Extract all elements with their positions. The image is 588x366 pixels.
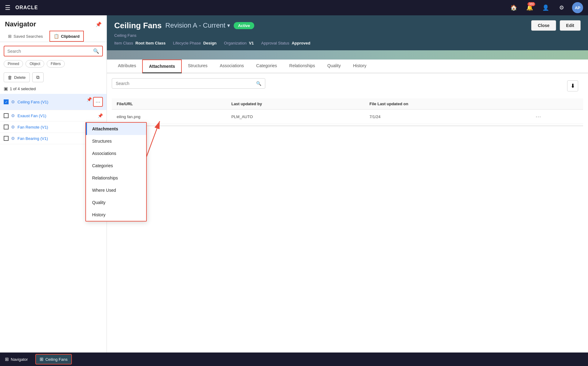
col-file-url: File/URL (112, 98, 226, 110)
clipboard-icon: 📋 (54, 34, 59, 39)
checkbox-partial-icon: ▣ (4, 86, 8, 91)
navigator-tabs: ⊞ Saved Searches 📋 Clipboard (0, 31, 107, 42)
item-subtitle: Ceiling Fans (114, 33, 581, 38)
item-header-row1: Ceiling Fans Revision A - Current ▾ Acti… (114, 20, 581, 31)
context-menu-where-used[interactable]: Where Used (86, 184, 146, 196)
filter-buttons: Pinned Object Filters (0, 60, 107, 70)
tab-quality[interactable]: Quality (321, 60, 347, 73)
filter-pinned[interactable]: Pinned (4, 60, 23, 67)
top-nav: ☰ ORACLE 🏠 🔔 380 👤 ⚙ AP (0, 0, 588, 15)
notification-badge: 380 (528, 2, 535, 6)
filter-filters[interactable]: Filters (47, 60, 65, 67)
delete-label: Delete (14, 75, 26, 80)
avatar[interactable]: AP (572, 2, 583, 13)
header-background (107, 50, 588, 60)
tab-structures[interactable]: Structures (182, 60, 214, 73)
navigator-header: Navigator 📌 (0, 15, 107, 31)
more-menu-button-ceiling-fans[interactable]: ⋯ (93, 97, 103, 107)
content-search-icon[interactable]: 🔍 (256, 81, 261, 86)
scroll-indicator (112, 125, 583, 126)
download-button[interactable]: ⬇ (567, 80, 578, 91)
checkbox-ceiling-fans[interactable]: ✓ (4, 99, 9, 104)
cell-file-last-updated-on: 7/1/24 (364, 110, 531, 124)
pin-ceiling-fans[interactable]: 📌 (87, 97, 92, 107)
nav-item-exaust-fan[interactable]: ⚙ Exaust Fan (V1) 📌 (0, 110, 107, 121)
tab-history[interactable]: History (347, 60, 373, 73)
context-menu-quality[interactable]: Quality (86, 196, 146, 209)
checkbox-fan-bearing[interactable] (4, 136, 9, 141)
item-revision: Revision A - Current ▾ (165, 21, 230, 29)
col-actions (531, 98, 583, 110)
checkbox-exaust-fan[interactable] (4, 113, 9, 118)
status-badge: Active (234, 22, 254, 29)
selection-info: ▣ 1 of 4 selected (0, 85, 107, 94)
content-search-bar[interactable]: 🔍 (112, 78, 265, 89)
tab-attributes[interactable]: Attributes (112, 60, 142, 73)
navigator-title: Navigator (5, 20, 36, 28)
col-last-updated-by: Last updated by (226, 98, 364, 110)
oracle-logo: ORACLE (15, 5, 38, 10)
copy-icon: ⧉ (36, 75, 40, 80)
tab-relationships[interactable]: Relationships (283, 60, 321, 73)
col-file-last-updated-on: File Last updated on (364, 98, 531, 110)
meta-item-class: Item Class Root Item Class (114, 41, 165, 45)
tab-categories[interactable]: Categories (250, 60, 283, 73)
context-menu-attachments[interactable]: Attachments (86, 123, 146, 135)
tab-attachments[interactable]: Attachments (142, 60, 182, 73)
nav-item-label-ceiling-fans: Ceiling Fans (V1) (18, 100, 84, 104)
content-body: 🔍 ⬇ File/URL Last updated by File Last u… (107, 73, 588, 353)
tab-clipboard[interactable]: 📋 Clipboard (49, 31, 84, 42)
bottom-nav-icon: ⊞ (5, 356, 9, 362)
pin-icon[interactable]: 📌 (95, 21, 102, 27)
meta-approval: Approval Status Approved (261, 41, 310, 45)
edit-button[interactable]: Edit (560, 20, 581, 31)
row-more-icon[interactable]: ⋯ (535, 114, 541, 120)
user-icon[interactable]: 👤 (540, 2, 551, 13)
delete-icon: 🗑 (8, 75, 12, 80)
main-layout: Navigator 📌 ⊞ Saved Searches 📋 Clipboard… (0, 15, 588, 353)
hamburger-menu[interactable]: ☰ (5, 4, 10, 11)
context-menu: Attachments Structures Associations Cate… (85, 122, 147, 222)
tab-associations[interactable]: Associations (214, 60, 250, 73)
nav-item-ceiling-fans[interactable]: ✓ ⚙ Ceiling Fans (V1) 📌 ⋯ (0, 94, 107, 110)
filter-object[interactable]: Object (25, 60, 44, 67)
item-title: Ceiling Fans (114, 21, 162, 30)
copy-button[interactable]: ⧉ (32, 72, 44, 82)
bottom-ceiling-fans[interactable]: ⊞ Ceiling Fans (35, 354, 72, 364)
bottom-ceiling-fans-label: Ceiling Fans (45, 357, 68, 362)
checkbox-fan-remote[interactable] (4, 125, 9, 129)
meta-lifecycle: Lifecycle Phase Design (173, 41, 216, 45)
close-button[interactable]: Close (531, 20, 556, 31)
tab-saved-searches[interactable]: ⊞ Saved Searches (4, 31, 47, 42)
item-title-section: Ceiling Fans Revision A - Current ▾ Acti… (114, 21, 254, 30)
nav-item-label-exaust-fan: Exaust Fan (V1) (18, 114, 95, 118)
saved-searches-label: Saved Searches (14, 34, 43, 39)
meta-organization: Organization V1 (224, 41, 254, 45)
table-row: eiling fan.png PLM_AUTO 7/1/24 ⋯ (112, 110, 583, 124)
navigator-search-bar[interactable]: 🔍 (4, 46, 103, 56)
action-buttons: 🗑 Delete ⧉ (0, 70, 107, 85)
context-menu-structures[interactable]: Structures (86, 135, 146, 147)
context-menu-relationships[interactable]: Relationships (86, 172, 146, 184)
content-search-input[interactable] (116, 81, 256, 86)
revision-chevron[interactable]: ▾ (227, 22, 230, 29)
cell-file-url: eiling fan.png (112, 110, 226, 124)
search-input[interactable] (7, 49, 93, 54)
cell-last-updated-by: PLM_AUTO (226, 110, 364, 124)
selection-count: 1 of 4 selected (10, 87, 36, 91)
search-icon[interactable]: 🔍 (93, 48, 99, 54)
bottom-navigator[interactable]: ⊞ Navigator (5, 356, 28, 362)
context-menu-history[interactable]: History (86, 209, 146, 221)
home-icon[interactable]: 🏠 (508, 2, 519, 13)
bottom-bar: ⊞ Navigator ⊞ Ceiling Fans (0, 353, 588, 366)
context-menu-categories[interactable]: Categories (86, 160, 146, 172)
settings-icon[interactable]: ⚙ (556, 2, 567, 13)
pin-exaust-fan[interactable]: 📌 (98, 113, 103, 118)
cell-row-actions: ⋯ (531, 110, 583, 124)
nav-item-label-fan-remote: Fan Remote (V1) (18, 125, 95, 129)
delete-button[interactable]: 🗑 Delete (4, 72, 30, 82)
clipboard-label: Clipboard (61, 34, 80, 39)
bottom-ceiling-fans-icon: ⊞ (40, 356, 44, 362)
context-menu-associations[interactable]: Associations (86, 147, 146, 160)
notification-icon[interactable]: 🔔 380 (524, 2, 535, 13)
